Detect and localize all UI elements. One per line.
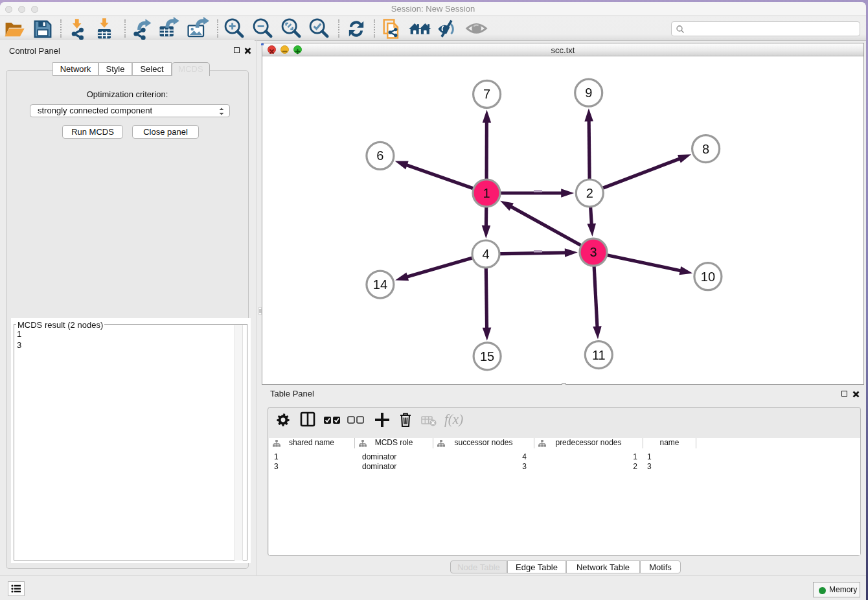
svg-text:2: 2 (586, 186, 593, 200)
svg-text:6: 6 (376, 148, 383, 163)
svg-text:4: 4 (482, 247, 489, 261)
svg-text:10: 10 (701, 270, 715, 284)
svg-text:15: 15 (480, 349, 494, 363)
svg-text:1: 1 (483, 186, 490, 200)
svg-text:8: 8 (702, 142, 709, 156)
svg-text:14: 14 (373, 277, 387, 292)
svg-text:9: 9 (585, 86, 592, 100)
svg-text:f(x): f(x) (444, 411, 463, 427)
svg-text:3: 3 (589, 245, 597, 259)
svg-text:11: 11 (592, 348, 606, 362)
svg-text:7: 7 (483, 87, 490, 101)
